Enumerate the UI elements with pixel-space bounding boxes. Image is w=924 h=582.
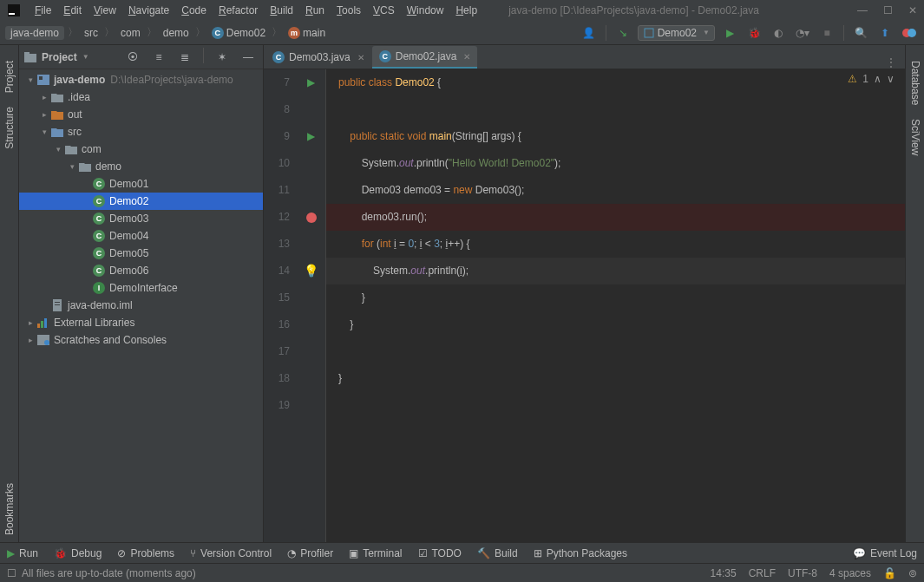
gutter-empty[interactable] [297,231,325,258]
line-number[interactable]: 13 [264,231,290,258]
status-icon[interactable]: ☐ [7,567,16,579]
breadcrumb-demo[interactable]: demo [161,26,192,40]
gutter-empty[interactable] [297,284,325,311]
menu-run[interactable]: Run [300,3,330,18]
gutter-breakpoint-icon[interactable] [297,204,325,231]
run-tool-tab[interactable]: ▶Run [7,547,38,559]
build-hammer-icon[interactable]: ↘ [613,23,632,43]
cursor-position[interactable]: 14:35 [711,567,737,579]
close-button[interactable]: ✕ [908,4,917,16]
menu-view[interactable]: View [88,3,121,18]
menu-edit[interactable]: Edit [58,3,87,18]
expand-all-icon[interactable]: ≡ [149,48,168,67]
gutter-run-icon[interactable]: ▶ [297,123,325,150]
code-line-19[interactable] [326,392,905,419]
menu-help[interactable]: Help [450,3,482,18]
breadcrumb-demo02[interactable]: CDemo02 [209,26,268,40]
indent-setting[interactable]: 4 spaces [829,567,871,579]
tree-scratches[interactable]: ▸Scratches and Consoles [19,331,263,349]
line-number[interactable]: 18 [264,365,290,392]
tree-file-demo01[interactable]: CDemo01 [19,175,263,193]
python-packages-tool-tab[interactable]: ⊞Python Packages [534,547,627,559]
line-number[interactable]: 7 [264,69,290,96]
code-line-14[interactable]: System.out.println(i); [326,258,905,284]
stop-button-icon[interactable]: ■ [817,23,836,43]
line-number[interactable]: 15 [264,284,290,311]
code-editor[interactable]: 78910111213141516171819 ▶▶💡 public class… [264,69,905,542]
code-line-17[interactable] [326,338,905,365]
menu-code[interactable]: Code [176,3,212,18]
line-number[interactable]: 9 [264,123,290,150]
tree-root[interactable]: ▾java-demo D:\IdeaProjects\java-demo [19,71,263,88]
menu-file[interactable]: File [29,3,56,18]
menu-refactor[interactable]: Refactor [213,3,263,18]
settings-gear-icon[interactable]: ✶ [213,48,232,67]
tree-file-demo04[interactable]: CDemo04 [19,227,263,245]
memory-indicator-icon[interactable]: ⊚ [908,567,917,579]
minimize-button[interactable]: — [857,4,868,16]
gutter-empty[interactable] [297,96,325,123]
gutter-empty[interactable] [297,150,325,177]
tree-src[interactable]: ▾src [19,123,263,141]
breadcrumb-main[interactable]: mmain [285,26,328,40]
version-control-tool-tab[interactable]: ⑂Version Control [190,547,272,559]
debug-tool-tab[interactable]: 🐞Debug [54,547,102,559]
line-number[interactable]: 12 [264,204,290,231]
line-number-gutter[interactable]: 78910111213141516171819 [264,69,297,542]
line-separator[interactable]: CRLF [749,567,776,579]
code-content[interactable]: public class Demo02 { public static void… [326,69,905,542]
code-line-10[interactable]: System.out.println("Hello World! Demo02"… [326,150,905,177]
bookmarks-tool-tab[interactable]: Bookmarks [2,476,17,542]
gutter-icons[interactable]: ▶▶💡 [297,69,326,542]
project-view-dropdown-icon[interactable]: ▼ [82,53,89,61]
line-number[interactable]: 16 [264,311,290,338]
gutter-empty[interactable] [297,311,325,338]
tree-file-demo02[interactable]: CDemo02 [19,193,263,210]
code-line-9[interactable]: public static void main(String[] args) { [326,123,905,150]
build-tool-tab[interactable]: 🔨Build [477,547,518,559]
menu-build[interactable]: Build [265,3,298,18]
tree-demo[interactable]: ▾demo [19,158,263,175]
tree-out[interactable]: ▸out [19,106,263,123]
database-tool-tab[interactable]: Database [908,54,923,112]
code-line-12[interactable]: demo03.run(); [326,204,905,231]
profiler-button-icon[interactable]: ◔▾ [793,23,812,43]
debug-button-icon[interactable]: 🐞 [744,23,763,43]
terminal-tool-tab[interactable]: ▣Terminal [349,547,402,559]
line-number[interactable]: 19 [264,392,290,419]
gutter-empty[interactable] [297,177,325,204]
todo-tool-tab[interactable]: ☑TODO [418,547,462,559]
code-line-8[interactable] [326,96,905,123]
run-button-icon[interactable]: ▶ [720,23,739,43]
tree-file-demointerface[interactable]: IDemoInterface [19,279,263,297]
close-tab-icon[interactable]: ✕ [357,53,364,62]
project-tree[interactable]: ▾java-demo D:\IdeaProjects\java-demo▸.id… [19,69,263,542]
problems-tool-tab[interactable]: ⊘Problems [117,547,174,559]
readonly-lock-icon[interactable]: 🔓 [883,567,896,579]
breadcrumb-src[interactable]: src [82,26,101,40]
tree-file-demo05[interactable]: CDemo05 [19,245,263,262]
code-line-7[interactable]: public class Demo02 { [326,69,905,96]
code-line-16[interactable]: } [326,311,905,338]
line-number[interactable]: 14 [264,258,290,284]
editor-tab-demo03-java[interactable]: CDemo03.java✕ [265,46,371,69]
project-tool-tab[interactable]: Project [2,54,17,100]
coverage-button-icon[interactable]: ◐ [769,23,788,43]
tree-idea[interactable]: ▸.idea [19,88,263,106]
collapse-all-icon[interactable]: ≣ [175,48,194,67]
event-log-tool-tab[interactable]: 💬Event Log [853,547,917,559]
add-user-icon[interactable]: 👤 [580,23,599,43]
code-line-15[interactable]: } [326,284,905,311]
menu-window[interactable]: Window [402,3,449,18]
tree-file-demo03[interactable]: CDemo03 [19,210,263,227]
tree-iml[interactable]: java-demo.iml [19,297,263,314]
menu-vcs[interactable]: VCS [368,3,400,18]
line-number[interactable]: 8 [264,96,290,123]
run-config-select[interactable]: Demo02 ▼ [638,25,715,41]
gutter-empty[interactable] [297,392,325,419]
tree-ext-lib[interactable]: ▸External Libraries [19,314,263,331]
gutter-empty[interactable] [297,365,325,392]
code-line-13[interactable]: for (int i = 0; i < 3; i++) { [326,231,905,258]
code-line-11[interactable]: Demo03 demo03 = new Demo03(); [326,177,905,204]
ide-settings-icon[interactable] [900,23,919,43]
